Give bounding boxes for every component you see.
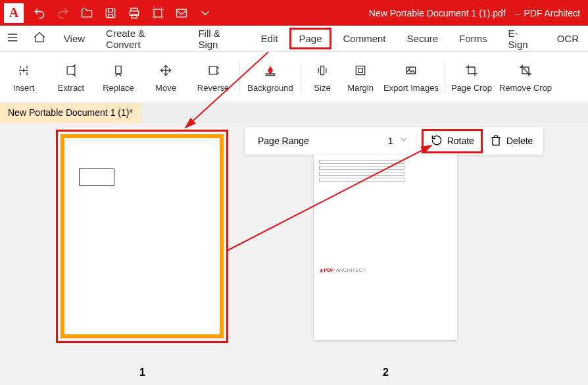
document-tab[interactable]: New Portable Document 1 (1)* xyxy=(0,103,141,123)
undo-button[interactable] xyxy=(28,0,51,26)
trash-icon xyxy=(489,134,502,149)
move-icon xyxy=(159,62,172,79)
svg-rect-14 xyxy=(321,66,324,74)
page-thumbnail-2[interactable]: ▮ PDF ARCHITECT xyxy=(314,155,457,340)
home-icon[interactable] xyxy=(27,26,51,51)
menu-esign[interactable]: E-Sign xyxy=(499,22,545,55)
page-number-1: 1 xyxy=(139,367,145,378)
ribbon-background[interactable]: Background xyxy=(243,52,298,103)
ribbon-page-crop[interactable]: Page Crop xyxy=(448,52,495,103)
ribbon-move[interactable]: Move xyxy=(142,52,189,103)
title-separator: – xyxy=(511,8,524,18)
svg-rect-6 xyxy=(177,9,187,17)
svg-rect-15 xyxy=(356,66,364,74)
background-icon xyxy=(264,62,277,79)
page-crop-icon xyxy=(465,62,478,79)
svg-rect-0 xyxy=(106,9,114,17)
thumbnail-2-logo: ▮ PDF ARCHITECT xyxy=(320,267,366,273)
page-range-label: Page Range xyxy=(249,136,318,146)
ribbon-size[interactable]: Size xyxy=(304,52,341,103)
insert-icon xyxy=(17,62,30,79)
ribbon-replace[interactable]: Replace xyxy=(95,52,142,103)
size-icon xyxy=(316,62,329,79)
delete-button[interactable]: Delete xyxy=(483,131,539,151)
remove-crop-icon xyxy=(519,62,532,79)
svg-rect-10 xyxy=(67,66,75,74)
svg-rect-12 xyxy=(209,66,217,74)
ribbon-toolbar: Insert Extract Replace Move Reverse Back… xyxy=(0,52,588,103)
ribbon-extract[interactable]: Extract xyxy=(47,52,95,103)
ribbon-remove-crop[interactable]: Remove Crop xyxy=(495,52,556,103)
menu-secure[interactable]: Secure xyxy=(398,28,448,49)
svg-rect-16 xyxy=(358,68,363,73)
app-name: PDF Architect xyxy=(524,8,588,18)
workspace: Page Range 1 Rotate Delete xyxy=(0,123,588,385)
page-action-bar: Page Range 1 Rotate Delete xyxy=(245,127,543,155)
menu-edit[interactable]: Edit xyxy=(252,28,287,49)
hamburger-icon[interactable] xyxy=(0,26,24,51)
menu-create-convert[interactable]: Create & Convert xyxy=(97,22,186,55)
ribbon-margin[interactable]: Margin xyxy=(341,52,380,103)
svg-rect-5 xyxy=(154,9,162,17)
rotate-button[interactable]: Rotate xyxy=(422,129,483,153)
document-tab-bar: New Portable Document 1 (1)* xyxy=(0,103,588,123)
menu-ocr[interactable]: OCR xyxy=(548,28,588,49)
menu-comment[interactable]: Comment xyxy=(334,28,395,49)
menu-view[interactable]: View xyxy=(55,28,94,49)
reverse-icon xyxy=(207,62,220,79)
menu-page[interactable]: Page xyxy=(289,28,331,49)
extract-icon xyxy=(64,62,78,79)
page-number-2: 2 xyxy=(383,367,389,378)
page-range-dropdown[interactable] xyxy=(397,135,410,147)
replace-icon xyxy=(112,62,125,79)
page-range-value: 1 xyxy=(384,136,397,146)
menu-fill-sign[interactable]: Fill & Sign xyxy=(189,22,249,55)
ribbon-insert[interactable]: Insert xyxy=(0,52,47,103)
svg-rect-1 xyxy=(109,14,113,17)
menu-forms[interactable]: Forms xyxy=(450,28,497,49)
redo-button[interactable] xyxy=(51,0,75,26)
svg-rect-4 xyxy=(132,14,137,18)
page-thumbnail-1[interactable] xyxy=(56,130,228,343)
open-button[interactable] xyxy=(75,0,99,26)
menubar: View Create & Convert Fill & Sign Edit P… xyxy=(0,26,588,52)
ribbon-export-images[interactable]: Export Images xyxy=(380,52,442,103)
document-title: New Portable Document 1 (1).pdf xyxy=(369,8,511,18)
ribbon-reverse[interactable]: Reverse xyxy=(189,52,237,103)
svg-rect-11 xyxy=(116,66,121,74)
thumbnail-content-box xyxy=(79,168,114,186)
rotate-icon xyxy=(430,134,443,149)
svg-rect-20 xyxy=(493,137,499,145)
export-images-icon xyxy=(404,62,418,79)
app-logo: A xyxy=(4,3,24,23)
margin-icon xyxy=(354,62,367,79)
svg-point-18 xyxy=(409,69,410,70)
